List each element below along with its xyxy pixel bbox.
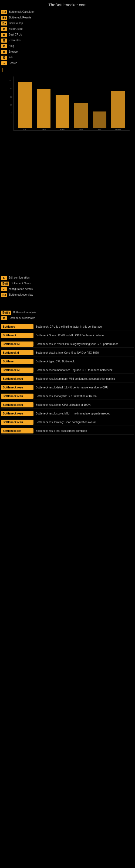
nav-badge-3[interactable]: Ba	[1, 22, 7, 26]
mid-badge-3[interactable]: c	[1, 287, 7, 291]
site-title: TheBottlenecker.com	[0, 1, 135, 8]
mid-text-2: Bottleneck Score	[9, 282, 134, 285]
nav-badge-7[interactable]: B	[1, 44, 7, 48]
nav-item-7[interactable]: B Blog	[1, 43, 134, 49]
bar-2: GPU	[35, 89, 52, 130]
result-label-2[interactable]: Bottleneck	[1, 333, 34, 338]
y-label-75: 75	[5, 87, 12, 90]
bar-fill-6	[111, 91, 125, 128]
result-label-7[interactable]: Bottleneck resu	[1, 376, 34, 381]
nav-item-11: |	[1, 66, 134, 73]
nav-text-1: Bottleneck Calculator	[7, 10, 134, 14]
lower-text-2: Bottleneck breakdown	[7, 316, 134, 320]
result-value-5: Bottleneck type: CPU Bottleneck	[34, 360, 134, 364]
bar-fill-4	[74, 103, 88, 128]
results-section: Bottlenec Bottleneck: CPU is the limitin…	[0, 323, 135, 435]
bar-label-6: Overall	[115, 129, 121, 130]
bar-4: Disk	[72, 103, 89, 130]
result-row-2[interactable]: Bottleneck Bottleneck Score: 12.4% — Mil…	[1, 332, 134, 339]
result-label-4[interactable]: Bottleneck d	[1, 350, 34, 355]
nav-badge-4[interactable]: B	[1, 27, 7, 31]
result-value-7: Bottleneck result summary: Mild bottlene…	[34, 377, 134, 381]
mid-badge-2[interactable]: Bott	[1, 282, 9, 286]
nav-item-5[interactable]: B Best CPUs	[1, 32, 134, 38]
result-label-6[interactable]: Bottleneck re	[1, 368, 34, 373]
page-header: TheBottlenecker.com	[0, 0, 135, 9]
result-label-11[interactable]: Bottleneck resu	[1, 411, 34, 416]
result-row-7[interactable]: Bottleneck resu Bottleneck result summar…	[1, 375, 134, 382]
nav-item-6[interactable]: E Examples	[1, 38, 134, 43]
nav-badge-1[interactable]: Bo	[1, 10, 7, 14]
result-label-13[interactable]: Bottleneck res	[1, 428, 34, 433]
y-label-0: 0	[5, 112, 12, 115]
result-label-12[interactable]: Bottleneck resu	[1, 420, 34, 425]
mid-item-1[interactable]: E Edit configuration	[1, 275, 134, 281]
lower-item-1[interactable]: Bottle Bottleneck analysis	[1, 310, 134, 315]
mid-badge-4[interactable]: Bo	[1, 293, 7, 297]
footer-space	[0, 436, 135, 490]
nav-item-2[interactable]: Bo Bottleneck Results	[1, 15, 134, 21]
lower-text-1: Bottleneck analysis	[11, 311, 134, 314]
mid-item-4[interactable]: Bo Bottleneck overview	[1, 292, 134, 298]
result-row-8[interactable]: Bottleneck resu Bottleneck result detail…	[1, 384, 134, 391]
result-label-10[interactable]: Bottleneck resu	[1, 402, 34, 407]
lower-item-2[interactable]: B Bottleneck breakdown	[1, 315, 134, 321]
bar-fill-2	[37, 89, 50, 128]
nav-badge-9[interactable]: E	[1, 56, 7, 60]
result-value-4: Bottleneck details: Intel Core i5 vs NVI…	[34, 351, 134, 355]
result-row-9[interactable]: Bottleneck resu Bottleneck result analys…	[1, 393, 134, 400]
mid-badge-1[interactable]: E	[1, 276, 7, 280]
mid-item-2[interactable]: Bott Bottleneck Score	[1, 281, 134, 286]
result-value-10: Bottleneck result info: CPU utilization …	[34, 403, 134, 407]
top-nav: Bo Bottleneck Calculator Bo Bottleneck R…	[0, 9, 135, 74]
nav-item-3[interactable]: Ba Back to Top	[1, 21, 134, 26]
result-value-6: Bottleneck recommendation: Upgrade CPU t…	[34, 368, 134, 372]
mid-text-3: configuration details	[7, 287, 134, 291]
nav-item-9[interactable]: E Edit	[1, 55, 134, 61]
lower-badge-1[interactable]: Bottle	[1, 311, 11, 315]
result-row-1[interactable]: Bottlenec Bottleneck: CPU is the limitin…	[1, 323, 134, 330]
result-row-10[interactable]: Bottleneck resu Bottleneck result info: …	[1, 401, 134, 408]
nav-badge-6[interactable]: E	[1, 38, 7, 42]
result-row-13[interactable]: Bottleneck res Bottleneck res: Final ass…	[1, 428, 134, 435]
result-label-8[interactable]: Bottleneck resu	[1, 385, 34, 390]
result-label-5[interactable]: Bottlene	[1, 359, 34, 364]
nav-item-4[interactable]: B Build Guide	[1, 26, 134, 32]
result-row-11[interactable]: Bottleneck resu Bottleneck result score:…	[1, 410, 134, 417]
dark-section	[0, 166, 135, 275]
result-row-3[interactable]: Bottleneck re Bottleneck result: Your CP…	[1, 341, 134, 348]
lower-badge-2[interactable]: B	[1, 316, 7, 320]
nav-item-1[interactable]: Bo Bottleneck Calculator	[1, 9, 134, 15]
nav-badge-2[interactable]: Bo	[1, 16, 7, 20]
nav-text-5: Best CPUs	[7, 33, 134, 37]
chart-area: 100 75 50 25 0 CPU GPU RAM Disk	[0, 76, 135, 163]
result-label-3[interactable]: Bottleneck re	[1, 341, 34, 347]
nav-text-7: Blog	[7, 44, 134, 48]
bar-label-3: RAM	[60, 129, 64, 130]
bar-label-4: Disk	[79, 129, 83, 130]
result-value-2: Bottleneck Score: 12.4% — Mild CPU Bottl…	[34, 333, 134, 337]
mid-items: E Edit configuration Bott Bottleneck Sco…	[0, 275, 135, 299]
nav-text-9: Edit	[7, 56, 134, 59]
bar-6: Overall	[109, 91, 127, 130]
result-value-12: Bottleneck result rating: Good configura…	[34, 420, 134, 424]
nav-badge-10[interactable]: s	[1, 61, 7, 65]
bar-1: CPU	[17, 82, 34, 130]
bar-chart: CPU GPU RAM Disk Net Overall	[13, 76, 130, 131]
result-row-6[interactable]: Bottleneck re Bottleneck recommendation:…	[1, 367, 134, 374]
result-row-4[interactable]: Bottleneck d Bottleneck details: Intel C…	[1, 349, 134, 356]
result-value-1: Bottleneck: CPU is the limiting factor i…	[34, 325, 134, 329]
result-label-9[interactable]: Bottleneck resu	[1, 394, 34, 399]
nav-item-10[interactable]: s Search	[1, 61, 134, 66]
result-label-1[interactable]: Bottlenec	[1, 324, 34, 329]
nav-badge-8[interactable]: B	[1, 50, 7, 54]
mid-item-3[interactable]: c configuration details	[1, 286, 134, 292]
nav-badge-5[interactable]: B	[1, 33, 7, 37]
mid-text-1: Edit configuration	[7, 276, 134, 280]
result-row-5[interactable]: Bottlene Bottleneck type: CPU Bottleneck	[1, 358, 134, 365]
nav-text-4: Build Guide	[7, 27, 134, 31]
result-row-12[interactable]: Bottleneck resu Bottleneck result rating…	[1, 419, 134, 426]
mid-text-4: Bottleneck overview	[7, 293, 134, 297]
bar-fill-1	[18, 82, 32, 128]
nav-item-8[interactable]: B Browse	[1, 49, 134, 55]
